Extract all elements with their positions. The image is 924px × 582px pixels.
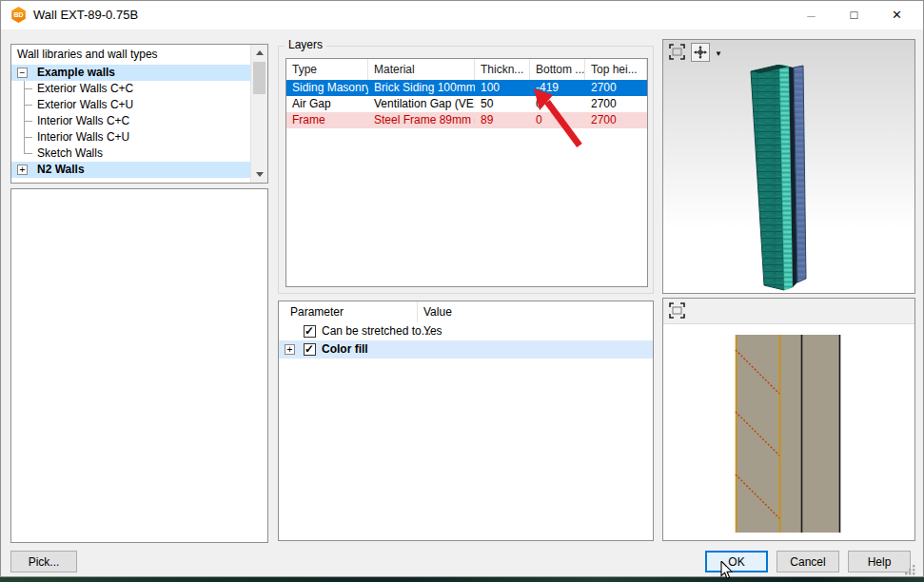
minimize-button[interactable]: –: [790, 1, 833, 29]
layer-bottom-height: 0: [530, 96, 585, 112]
preview-2d-panel[interactable]: [662, 298, 915, 541]
preview-3d-toolbar: ▼: [663, 40, 914, 65]
scroll-thumb[interactable]: [253, 62, 265, 94]
layer-top-height: 2700: [585, 80, 647, 96]
tree-item-interior-walls-cc[interactable]: Interior Walls C+C: [11, 113, 251, 129]
layer-bottom-height: 0: [530, 112, 585, 128]
tree-item-exterior-walls-cu[interactable]: Exterior Walls C+U: [11, 97, 251, 113]
column-header-top-height[interactable]: Top hei...: [585, 59, 647, 80]
pan-button[interactable]: [691, 43, 710, 62]
close-icon: ✕: [892, 8, 902, 22]
zoom-fit-icon[interactable]: [669, 44, 685, 60]
tree-item-label: Example walls: [37, 66, 115, 79]
column-divider: [417, 301, 418, 322]
param-value: Yes: [423, 322, 442, 340]
tree-header: Wall libraries and wall types: [11, 45, 267, 64]
wall-3d-render: [663, 65, 914, 293]
wall-section-drawing: [663, 324, 914, 540]
layer-top-height: 2700: [585, 112, 647, 128]
scroll-up-icon[interactable]: [251, 45, 267, 61]
maximize-icon: □: [851, 8, 858, 22]
tree-scrollbar[interactable]: [250, 45, 267, 183]
checkbox-checked-icon[interactable]: ✓: [304, 325, 316, 338]
column-header-parameter[interactable]: Parameter: [290, 301, 344, 322]
desktop-background-strip: [0, 577, 924, 582]
param-row-color-fill[interactable]: + ✓ Color fill: [279, 340, 653, 359]
tree-rows: − Example walls Exterior Walls C+C Exter…: [11, 65, 251, 178]
column-header-material[interactable]: Material: [368, 59, 475, 80]
collapse-expander-icon[interactable]: −: [17, 68, 28, 78]
tree-item-label: Sketch Walls: [37, 146, 103, 160]
tree-item-label: Interior Walls C+U: [37, 130, 129, 144]
maximize-button[interactable]: □: [833, 1, 875, 29]
tree-item-label: Exterior Walls C+C: [37, 82, 133, 95]
layers-group-label: Layers: [285, 38, 326, 51]
layer-material: Ventilation Gap (VE...: [368, 96, 475, 112]
layer-type: Siding Masonry: [286, 80, 368, 96]
app-logo-icon: BD: [10, 7, 27, 23]
layer-material: Steel Frame 89mm (...: [368, 112, 475, 128]
preview-2d-toolbar: [663, 299, 914, 323]
wall-library-tree-panel: Wall libraries and wall types − Example …: [10, 44, 268, 184]
layers-table: Type Material Thickn... Bottom ... Top h…: [285, 58, 648, 287]
layer-thickness: 89: [475, 112, 530, 128]
preview-3d-panel[interactable]: ▼: [662, 39, 915, 294]
ok-button[interactable]: OK: [705, 551, 768, 572]
layer-type: Frame: [286, 112, 368, 128]
layer-thickness: 50: [475, 96, 530, 112]
dialog-window: BD Wall EXT-89-0.75B – □ ✕ Wall librarie…: [0, 0, 924, 582]
help-button[interactable]: Help: [848, 551, 911, 572]
minimize-icon: –: [807, 7, 815, 23]
checkbox-checked-icon[interactable]: ✓: [304, 343, 316, 356]
tree-item-label: Interior Walls C+C: [37, 114, 129, 127]
param-label: Can be stretched to...: [322, 322, 431, 340]
tree-item-label: Exterior Walls C+U: [37, 98, 133, 111]
expand-expander-icon[interactable]: +: [285, 344, 295, 355]
column-header-bottom[interactable]: Bottom ...: [530, 59, 585, 80]
column-header-value[interactable]: Value: [423, 301, 452, 322]
tree-item-example-walls[interactable]: − Example walls: [11, 65, 251, 81]
layers-group: Layers Type Material Thickn... Bottom ..…: [278, 46, 654, 294]
cancel-button[interactable]: Cancel: [777, 551, 839, 572]
tree-item-n2-walls[interactable]: + N2 Walls: [11, 162, 251, 178]
window-title: Wall EXT-89-0.75B: [33, 1, 138, 29]
layer-top-height: 2700: [585, 96, 647, 112]
pick-button[interactable]: Pick...: [10, 551, 77, 572]
dropdown-arrow-icon[interactable]: ▼: [715, 49, 722, 58]
pan-icon: [694, 46, 707, 59]
parameters-header: Parameter Value: [279, 301, 653, 322]
expand-expander-icon[interactable]: +: [17, 165, 28, 175]
title-bar[interactable]: BD Wall EXT-89-0.75B – □ ✕: [1, 1, 923, 29]
column-header-type[interactable]: Type: [286, 59, 368, 80]
wall-properties-dialog: BD Wall EXT-89-0.75B – □ ✕ Wall librarie…: [0, 0, 924, 577]
layer-row-siding-masonry[interactable]: Siding Masonry Brick Siding 100mm ... 10…: [286, 80, 647, 96]
tree-item-exterior-walls-cc[interactable]: Exterior Walls C+C: [11, 81, 251, 97]
app-logo-text: BD: [13, 11, 23, 18]
layer-material: Brick Siding 100mm ...: [368, 80, 475, 96]
tree-item-label: N2 Walls: [37, 163, 85, 176]
layer-row-air-gap[interactable]: Air Gap Ventilation Gap (VE... 50 0 2700: [286, 96, 647, 112]
layer-type: Air Gap: [286, 96, 368, 112]
tree-item-sketch-walls[interactable]: Sketch Walls: [11, 146, 251, 162]
layer-bottom-height: -419: [530, 80, 585, 96]
column-header-thickness[interactable]: Thickn...: [475, 59, 530, 80]
param-row-can-be-stretched[interactable]: ✓ Can be stretched to... Yes: [279, 322, 653, 340]
layer-row-frame[interactable]: Frame Steel Frame 89mm (... 89 0 2700: [286, 112, 647, 128]
parameters-panel: Parameter Value ✓ Can be stretched to...…: [278, 301, 654, 541]
zoom-fit-icon[interactable]: [669, 302, 685, 319]
layers-table-header: Type Material Thickn... Bottom ... Top h…: [286, 59, 647, 80]
close-button[interactable]: ✕: [875, 1, 918, 29]
layer-thickness: 100: [475, 80, 530, 96]
wall-type-list-panel[interactable]: [10, 188, 268, 543]
param-label: Color fill: [322, 340, 368, 359]
tree-item-interior-walls-cu[interactable]: Interior Walls C+U: [11, 129, 251, 146]
scroll-down-icon[interactable]: [251, 166, 267, 183]
